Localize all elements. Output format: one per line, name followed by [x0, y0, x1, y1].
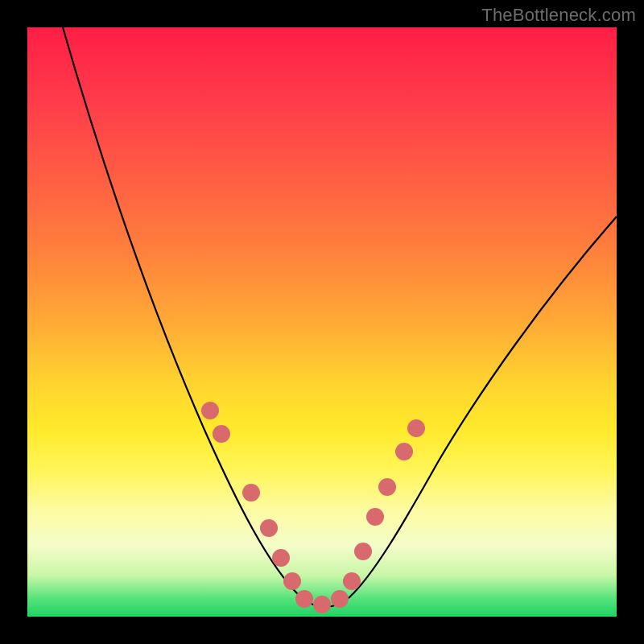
marker-dot	[283, 572, 301, 590]
marker-dot	[295, 590, 313, 608]
marker-dot	[395, 443, 413, 460]
marker-dot	[260, 519, 278, 537]
chart-frame: TheBottleneck.com	[0, 0, 644, 644]
marker-dot	[331, 590, 349, 608]
marker-dot	[343, 572, 361, 590]
marker-dot	[313, 596, 331, 613]
marker-dot	[354, 543, 372, 560]
marker-dot	[366, 508, 384, 526]
marker-dot	[242, 484, 260, 502]
marker-dot	[272, 549, 290, 567]
bottleneck-curve	[63, 27, 617, 607]
marker-dot	[378, 478, 396, 496]
watermark-text: TheBottleneck.com	[481, 5, 636, 26]
marker-dot	[201, 402, 219, 419]
marker-dot	[213, 425, 230, 443]
curve-svg	[27, 27, 617, 617]
marker-dot	[407, 419, 425, 437]
plot-area	[27, 27, 617, 617]
